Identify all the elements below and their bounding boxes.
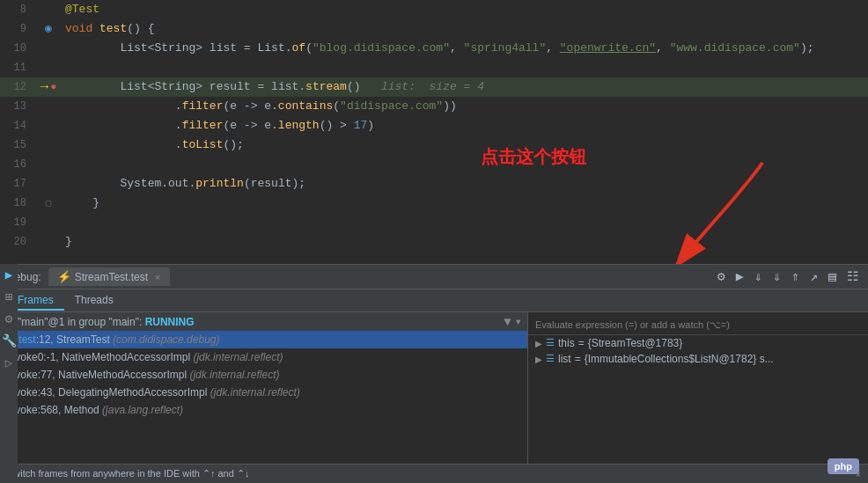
toolbar-step-over-icon[interactable]: ⇓	[752, 267, 765, 287]
toolbar-evaluate-icon[interactable]: ▤	[826, 267, 839, 287]
side-icons: ▶ ⊞ ⚙ 🔧 ▷	[0, 264, 18, 483]
debug-panel: Debug: ⚡ StreamTest.test × ⚙ ▶ ⇓ ⇓ ⇑ ↗ ▤…	[0, 264, 868, 483]
expand-icon[interactable]: ▢	[46, 194, 52, 213]
line-number-15: 15	[0, 135, 35, 155]
side-icon-wrench[interactable]: 🔧	[2, 333, 17, 348]
var-item-list[interactable]: ▶ ☰ list = {ImmutableCollections$ListN@1…	[528, 351, 868, 367]
code-line-17: 17 System.out.println(result);	[0, 174, 868, 194]
toolbar-resume-icon[interactable]: ▶	[733, 267, 747, 287]
status-bar: Switch frames from anywhere in the IDE w…	[0, 464, 868, 483]
frame-content-3: invoke:43, DelegatingMethodAccessorImpl …	[7, 386, 300, 399]
line-content-20: }	[62, 232, 868, 252]
line-content-18: }	[62, 194, 868, 213]
frame-content-1: invoke0:-1, NativeMethodAccessorImpl (jd…	[7, 351, 283, 363]
line-content-9: void test() {	[62, 19, 868, 39]
line-content-14: .filter(e -> e.length() > 17)	[62, 116, 868, 135]
gutter-12: →●	[35, 77, 62, 97]
code-line-8: 8 @Test	[0, 0, 868, 19]
status-text: Switch frames from anywhere in the IDE w…	[7, 468, 249, 479]
code-line-19: 19	[0, 213, 868, 232]
frame-item-3[interactable]: invoke:43, DelegatingMethodAccessorImpl …	[0, 384, 527, 401]
frames-panel: ✔ "main"@1 in group "main": RUNNING ▼ ▾ …	[0, 312, 528, 464]
frame-item-4[interactable]: invoke:568, Method (java.lang.reflect)	[0, 401, 527, 419]
code-line-16: 16	[0, 155, 868, 174]
code-line-14: 14 .filter(e -> e.length() > 17)	[0, 116, 868, 135]
line-content-15: .toList();	[62, 135, 868, 155]
evaluate-hint: Evaluate expression (=) or add a watch (…	[528, 316, 868, 335]
sub-tabs: Frames Threads	[0, 289, 868, 312]
line-content-17: System.out.println(result);	[62, 174, 868, 194]
var-expand-list[interactable]: ▶	[535, 355, 542, 364]
side-icon-resume[interactable]: ▶	[5, 267, 12, 282]
line-content-12: List<String> result = list.stream() list…	[62, 77, 868, 97]
side-icon-play2[interactable]: ▷	[5, 355, 12, 370]
var-val-this: {StreamTest@1783}	[588, 337, 683, 349]
line-number-10: 10	[0, 39, 35, 58]
frame-method-0: test	[18, 333, 35, 346]
line-number-20: 20	[0, 232, 35, 252]
debug-content: ✔ "main"@1 in group "main": RUNNING ▼ ▾ …	[0, 312, 868, 464]
var-icon-list: ☰	[546, 353, 555, 364]
execution-arrow-icon: →	[40, 77, 49, 97]
var-val-list: {ImmutableCollections$ListN@1782} s...	[585, 353, 774, 365]
frame-line-0: :12,	[36, 333, 56, 346]
side-icon-settings[interactable]: ⚙	[5, 311, 12, 326]
thread-name: "main"@1 in group "main": RUNNING	[18, 316, 195, 328]
line-number-19: 19	[0, 213, 35, 232]
toolbar-run-to-cursor-icon[interactable]: ↗	[807, 267, 820, 287]
var-icon-this: ☰	[546, 337, 555, 348]
line-number-12: 12	[0, 77, 35, 97]
frames-filter-bar: ✔ "main"@1 in group "main": RUNNING ▼ ▾	[0, 312, 527, 331]
debug-tab-close-icon[interactable]: ×	[155, 272, 160, 282]
frame-class-0: StreamTest	[56, 333, 113, 346]
line-number-18: 18	[0, 194, 35, 213]
code-line-9: 9 ◉ void test() {	[0, 19, 868, 39]
var-item-this[interactable]: ▶ ☰ this = {StreamTest@1783}	[528, 335, 868, 351]
line-content-13: .filter(e -> e.contains("didispace.com")…	[62, 97, 868, 116]
line-number-11: 11	[0, 58, 35, 77]
frame-item-1[interactable]: invoke0:-1, NativeMethodAccessorImpl (jd…	[0, 348, 527, 366]
gutter-9: ◉	[35, 19, 62, 39]
code-editor: 8 @Test 9 ◉ void test() { 10 List<String…	[0, 0, 868, 264]
code-line-11: 11	[0, 58, 868, 77]
breakpoint-icon: ●	[50, 77, 56, 97]
var-eq-this: =	[578, 337, 585, 349]
toolbar-rerun-icon[interactable]: ⚙	[715, 267, 728, 287]
line-number-9: 9	[0, 19, 35, 39]
line-number-8: 8	[0, 0, 35, 19]
var-expand-this[interactable]: ▶	[535, 339, 542, 348]
debug-tab-streamtest[interactable]: ⚡ StreamTest.test ×	[48, 267, 170, 286]
frame-item-0[interactable]: ↩ test:12, StreamTest (com.didispace.deb…	[0, 331, 527, 348]
line-content-8: @Test	[62, 0, 868, 19]
side-icon-watch[interactable]: ⊞	[5, 289, 12, 304]
thread-label: ✔ "main"@1 in group "main": RUNNING	[5, 316, 500, 328]
line-number-17: 17	[0, 174, 35, 194]
filter-icon[interactable]: ▼	[504, 315, 511, 329]
line-content-10: List<String> list = List.of("blog.didisp…	[62, 39, 868, 58]
code-line-18: 18 ▢ }	[0, 194, 868, 213]
frame-pkg-0: (com.didispace.debug)	[113, 333, 219, 346]
code-line-12: 12 →● List<String> result = list.stream(…	[0, 77, 868, 97]
var-name-this: this	[558, 337, 575, 349]
debug-toolbar: ⚙ ▶ ⇓ ⇓ ⇑ ↗ ▤ ☷	[715, 267, 861, 287]
line-number-14: 14	[0, 116, 35, 135]
tab-stream-icon: ⚡	[57, 270, 71, 283]
toolbar-step-out-icon[interactable]: ⇑	[789, 267, 802, 287]
frame-content-4: invoke:568, Method (java.lang.reflect)	[7, 404, 183, 416]
toolbar-frames-icon[interactable]: ☷	[844, 267, 861, 287]
toolbar-step-into-icon[interactable]: ⇓	[770, 267, 783, 287]
line-number-16: 16	[0, 155, 35, 174]
debug-tab-name: StreamTest.test	[75, 271, 148, 283]
var-name-list: list	[558, 353, 571, 365]
code-line-13: 13 .filter(e -> e.contains("didispace.co…	[0, 97, 868, 116]
dropdown-icon[interactable]: ▾	[515, 314, 522, 329]
frame-item-2[interactable]: invoke:77, NativeMethodAccessorImpl (jdk…	[0, 366, 527, 384]
tab-threads[interactable]: Threads	[64, 291, 124, 311]
line-number-13: 13	[0, 97, 35, 116]
code-line-15: 15 .toList();	[0, 135, 868, 155]
frame-content-2: invoke:77, NativeMethodAccessorImpl (jdk…	[7, 369, 279, 381]
debug-tab-bar: Debug: ⚡ StreamTest.test × ⚙ ▶ ⇓ ⇓ ⇑ ↗ ▤…	[0, 265, 868, 289]
code-line-20: 20 }	[0, 232, 868, 252]
debug-point-icon: ◉	[45, 19, 52, 39]
var-eq-list: =	[575, 353, 581, 365]
